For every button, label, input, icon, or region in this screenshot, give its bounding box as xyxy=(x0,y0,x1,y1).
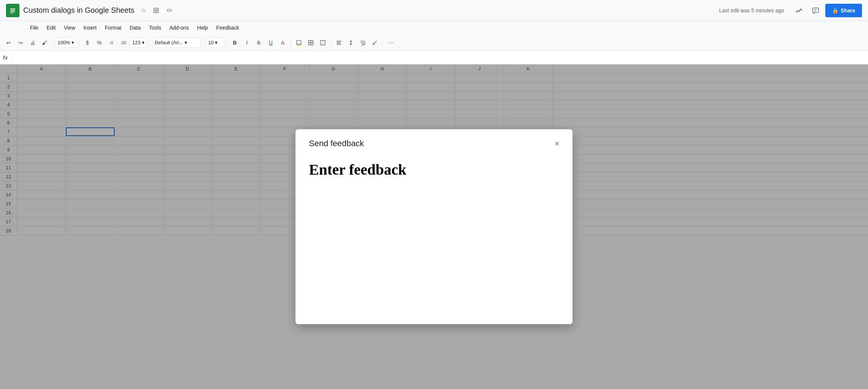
last-edit-label: Last edit was 5 minutes ago xyxy=(719,7,784,13)
text-rotate-button[interactable] xyxy=(369,37,380,48)
menu-format[interactable]: Format xyxy=(101,23,125,32)
menu-tools[interactable]: Tools xyxy=(145,23,165,32)
share-label: Share xyxy=(841,7,855,13)
menu-insert[interactable]: Insert xyxy=(80,23,100,32)
title-icons: ☆ xyxy=(138,5,174,16)
svg-rect-4 xyxy=(10,12,13,13)
grid-area: A B C D E F G H I J K 1 xyxy=(0,64,868,389)
toolbar-divider-1 xyxy=(52,38,53,47)
svg-rect-7 xyxy=(157,9,157,12)
toolbar: ↩ ↪ 🖨 🖌 100% ▾ $ % .0 .00 123 ▾ Default … xyxy=(0,34,868,51)
cloud-save-icon[interactable] xyxy=(164,5,174,16)
dialog-close-button[interactable]: × xyxy=(550,137,564,150)
fontsize-select[interactable]: 10 ▾ xyxy=(206,37,224,48)
fill-color-button[interactable] xyxy=(293,37,304,48)
font-select[interactable]: Default (Ari... ▾ xyxy=(152,37,201,48)
format-type-select[interactable]: 123 ▾ xyxy=(130,37,147,48)
modal-backdrop[interactable]: Send feedback × Enter feedback xyxy=(0,64,868,389)
menu-help[interactable]: Help xyxy=(194,23,212,32)
title-right-icons: 🔒 Share xyxy=(792,4,862,17)
fontsize-dropdown-icon: ▾ xyxy=(215,40,218,45)
valign-button[interactable] xyxy=(345,37,356,48)
decimal-dec-label: .0 xyxy=(110,40,113,45)
dialog: Send feedback × Enter feedback xyxy=(295,129,573,324)
app-logo xyxy=(6,4,19,17)
text-color-button[interactable]: A xyxy=(277,37,288,48)
redo-button[interactable]: ↪ xyxy=(15,37,26,48)
more-button[interactable]: ⋯ xyxy=(385,37,397,48)
menu-edit[interactable]: Edit xyxy=(43,23,60,32)
toolbar-divider-4 xyxy=(203,38,203,47)
doc-title: Custom dialogs in Google Sheets xyxy=(23,6,134,15)
dialog-body: Enter feedback xyxy=(295,155,573,324)
paint-format-button[interactable]: 🖌 xyxy=(39,37,50,48)
svg-rect-11 xyxy=(297,40,301,44)
svg-rect-6 xyxy=(155,9,156,12)
dialog-heading: Enter feedback xyxy=(309,161,559,178)
svg-rect-2 xyxy=(10,10,15,10)
zoom-dropdown-icon: ▾ xyxy=(72,40,74,45)
dialog-title: Send feedback xyxy=(309,139,364,148)
svg-rect-1 xyxy=(10,8,15,9)
svg-rect-3 xyxy=(10,11,15,12)
toolbar-divider-2 xyxy=(79,38,79,47)
print-button[interactable]: 🖨 xyxy=(27,37,38,48)
menu-bar: File Edit View Insert Format Data Tools … xyxy=(0,21,868,34)
toolbar-divider-6 xyxy=(291,38,291,47)
underline-button[interactable]: U xyxy=(265,37,276,48)
format-type-dropdown-icon: ▾ xyxy=(142,40,145,45)
toolbar-divider-8 xyxy=(383,38,383,47)
format-type-value: 123 xyxy=(132,40,140,45)
text-wrap-button[interactable] xyxy=(357,37,368,48)
menu-feedback[interactable]: Feedback xyxy=(212,23,243,32)
menu-view[interactable]: View xyxy=(60,23,79,32)
star-icon[interactable]: ☆ xyxy=(138,5,149,16)
dialog-header: Send feedback × xyxy=(295,129,573,155)
merge-cells-button[interactable] xyxy=(317,37,328,48)
italic-button[interactable]: I xyxy=(241,37,252,48)
toolbar-divider-7 xyxy=(331,38,331,47)
close-icon: × xyxy=(555,139,559,148)
zoom-value: 100% xyxy=(58,40,70,45)
title-bar: Custom dialogs in Google Sheets ☆ Last e… xyxy=(0,0,868,21)
drive-icon[interactable] xyxy=(151,5,161,16)
percent-button[interactable]: % xyxy=(94,37,105,48)
fx-label: fx xyxy=(3,55,7,61)
decimal-inc-button[interactable]: .00 xyxy=(118,37,129,48)
toolbar-divider-5 xyxy=(227,38,227,47)
strikethrough-button[interactable]: S xyxy=(253,37,264,48)
decimal-inc-label: .00 xyxy=(121,40,126,45)
halign-button[interactable] xyxy=(333,37,345,48)
borders-button[interactable] xyxy=(305,37,316,48)
fontsize-value: 10 xyxy=(208,40,213,45)
analytics-icon[interactable] xyxy=(792,4,806,17)
bold-button[interactable]: B xyxy=(229,37,240,48)
font-dropdown-icon: ▾ xyxy=(185,40,187,45)
font-value: Default (Ari... xyxy=(155,40,183,45)
zoom-select[interactable]: 100% ▾ xyxy=(55,37,77,48)
comments-icon[interactable] xyxy=(809,4,822,17)
share-button[interactable]: 🔒 Share xyxy=(825,4,862,17)
menu-file[interactable]: File xyxy=(26,23,42,32)
svg-rect-5 xyxy=(154,8,158,13)
currency-button[interactable]: $ xyxy=(82,37,93,48)
app: Custom dialogs in Google Sheets ☆ Last e… xyxy=(0,0,868,389)
menu-addons[interactable]: Add-ons xyxy=(166,23,192,32)
share-lock-icon: 🔒 xyxy=(832,7,838,13)
formula-divider xyxy=(12,53,12,62)
menu-data[interactable]: Data xyxy=(126,23,145,32)
undo-button[interactable]: ↩ xyxy=(3,37,14,48)
toolbar-divider-3 xyxy=(149,38,150,47)
svg-rect-8 xyxy=(813,8,819,12)
formula-bar: fx xyxy=(0,51,868,64)
decimal-dec-button[interactable]: .0 xyxy=(106,37,117,48)
svg-rect-12 xyxy=(297,45,301,45)
